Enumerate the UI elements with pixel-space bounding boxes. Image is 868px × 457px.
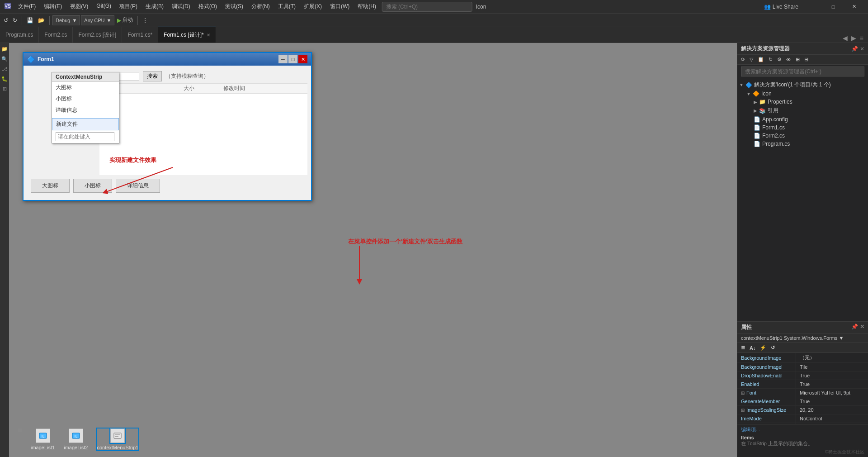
prop-value-imemode[interactable]: NoControl <box>796 414 868 423</box>
tab-close-icon[interactable]: ✕ <box>207 33 210 38</box>
cm-item-large-icon[interactable]: 大图标 <box>52 82 119 93</box>
menu-build[interactable]: 生成(B) <box>142 1 167 12</box>
se-filter-btn[interactable]: ▽ <box>748 56 755 63</box>
menu-format[interactable]: 格式(O) <box>195 1 221 12</box>
cpu-config-dropdown[interactable]: Any CPU ▼ <box>81 15 114 25</box>
se-all-files-btn[interactable]: 📋 <box>756 56 766 63</box>
activity-search[interactable]: 🔍 <box>0 55 9 63</box>
properties-pin-btn[interactable]: 📌 <box>851 324 858 331</box>
font-expand-icon[interactable]: ⊞ <box>741 390 745 395</box>
menu-help[interactable]: 帮助(H) <box>354 1 380 12</box>
se-close-btn[interactable]: ✕ <box>860 46 864 52</box>
tab-scroll-left[interactable]: ◀ <box>842 33 849 43</box>
live-share-button[interactable]: 👥 Live Share <box>764 4 798 10</box>
se-pin-btn[interactable]: 📌 <box>851 46 858 52</box>
tb-more-btn[interactable]: ⋮ <box>141 16 150 24</box>
menu-file[interactable]: 文件(F) <box>14 1 39 12</box>
large-icon-button[interactable]: 大图标 <box>31 179 70 193</box>
menu-tools[interactable]: 工具(T) <box>274 1 299 12</box>
cm-item-details[interactable]: 详细信息 <box>52 105 119 116</box>
menu-window[interactable]: 窗口(W) <box>326 1 353 12</box>
prop-value-bg-image[interactable]: （无） <box>796 353 868 362</box>
prop-reset-btn[interactable]: ↺ <box>769 344 777 352</box>
se-sync-btn[interactable]: ⟳ <box>739 56 747 63</box>
edit-items-link[interactable]: 编辑项... <box>741 426 864 433</box>
menu-extensions[interactable]: 扩展(X) <box>300 1 326 12</box>
prop-value-font[interactable]: Microsoft YaHei UI, 9pt <box>796 389 868 397</box>
search-button[interactable]: 搜索 <box>143 71 162 81</box>
tree-properties[interactable]: ▶ 📁 Properties <box>737 98 868 106</box>
prop-value-enabled[interactable]: True <box>796 380 868 388</box>
prop-value-generatemember[interactable]: True <box>796 397 868 405</box>
tree-program-cs[interactable]: 📄 Program.cs <box>737 140 868 148</box>
se-collapse-btn[interactable]: ⊟ <box>802 56 810 63</box>
tree-solution[interactable]: ▼ 🔷 解决方案'Icon'(1 个项目/共 1 个) <box>737 80 868 90</box>
se-preview-btn[interactable]: 👁 <box>784 56 793 63</box>
form-close-btn[interactable]: ✕ <box>298 55 307 63</box>
svg-text:IL: IL <box>41 434 44 438</box>
tray-imagelist1[interactable]: IL imageList1 <box>31 428 55 450</box>
tree-form2-cs[interactable]: 📄 Form2.cs <box>737 132 868 140</box>
tb-undo-btn[interactable]: ↺ <box>2 16 10 24</box>
se-search-input[interactable] <box>741 67 864 76</box>
tab-form2-cs[interactable]: Form2.cs <box>39 27 73 43</box>
maximize-button[interactable]: □ <box>823 0 844 14</box>
search-hint: （支持模糊查询） <box>165 72 209 80</box>
prop-name-imagescaling: ⊞ ImageScalingSize <box>737 406 796 414</box>
close-button[interactable]: ✕ <box>844 0 864 14</box>
prop-dropdown-arrow[interactable]: ▼ <box>839 335 844 341</box>
start-btn[interactable]: ▶ 启动 <box>115 15 135 25</box>
menu-analyze[interactable]: 分析(N) <box>248 1 274 12</box>
cm-item-small-icon[interactable]: 小图标 <box>52 93 119 105</box>
form-maximize-btn[interactable]: □ <box>288 55 297 63</box>
tab-form2-cs-label: Form2.cs <box>44 32 67 38</box>
activity-explorer[interactable]: 📁 <box>0 45 9 53</box>
activity-debug[interactable]: 🐛 <box>0 75 9 83</box>
se-refresh-btn[interactable]: ↻ <box>767 56 774 63</box>
tree-form1-cs[interactable]: 📄 Form1.cs <box>737 124 868 132</box>
tray-imagelist2[interactable]: IL imageList2 <box>64 428 88 450</box>
cm-new-item-input[interactable] <box>56 132 114 141</box>
activity-extensions[interactable]: ⊞ <box>0 85 9 93</box>
tab-form2-design[interactable]: Form2.cs [设计] <box>73 27 122 43</box>
se-expand-btn[interactable]: ⊞ <box>794 56 802 63</box>
menu-git[interactable]: Git(G) <box>93 1 115 12</box>
tree-app-config[interactable]: 📄 App.config <box>737 115 868 124</box>
imagescaling-expand-icon[interactable]: ⊞ <box>741 408 745 413</box>
tab-form1-design-label: Form1.cs [设计]* <box>164 31 204 39</box>
menu-view[interactable]: 视图(V) <box>66 1 92 12</box>
debug-config-dropdown[interactable]: Debug ▼ <box>52 15 80 25</box>
menu-edit[interactable]: 编辑(E) <box>40 1 66 12</box>
tree-project[interactable]: ▼ 🔶 Icon <box>737 90 868 98</box>
se-props-btn[interactable]: ⚙ <box>775 56 783 63</box>
title-search-input[interactable] <box>382 2 472 12</box>
properties-close-btn[interactable]: ✕ <box>860 324 864 331</box>
menu-bar: 文件(F) 编辑(E) 视图(V) Git(G) 项目(P) 生成(B) 调试(… <box>14 1 380 12</box>
prop-value-bg-imagel[interactable]: Tile <box>796 363 868 371</box>
menu-debug[interactable]: 调试(D) <box>168 1 194 12</box>
menu-project[interactable]: 项目(P) <box>116 1 141 12</box>
tb-save-btn[interactable]: 💾 <box>25 16 35 24</box>
tab-form1-design[interactable]: Form1.cs [设计]* ✕ <box>158 27 216 43</box>
minimize-button[interactable]: ─ <box>802 0 823 14</box>
menu-test[interactable]: 测试(S) <box>222 1 247 12</box>
prop-alpha-btn[interactable]: A↓ <box>748 344 757 352</box>
tb-redo-btn[interactable]: ↻ <box>11 16 19 24</box>
tree-references[interactable]: ▶ 📚 引用 <box>737 106 868 115</box>
debug-config-arrow: ▼ <box>72 18 77 23</box>
form-minimize-btn[interactable]: ─ <box>278 55 288 63</box>
prop-value-imagescaling[interactable]: 20, 20 <box>796 406 868 414</box>
cm-item-new-file[interactable]: 新建文件 <box>52 118 119 130</box>
tray-resize-handle[interactable] <box>18 428 22 432</box>
tab-scroll-right[interactable]: ▶ <box>850 33 857 43</box>
tray-contextmenustrip1[interactable]: contextMenuStrip1 <box>97 428 138 450</box>
activity-git[interactable]: ⎇ <box>0 65 9 73</box>
tab-menu[interactable]: ≡ <box>859 33 864 43</box>
tab-program-cs[interactable]: Program.cs <box>0 27 39 43</box>
properties-footer: 编辑项... Items 在 ToolStrip 上显示的项的集合。 ©稀土掘金… <box>737 424 868 457</box>
tb-open-btn[interactable]: 📂 <box>36 16 47 24</box>
prop-events-btn[interactable]: ⚡ <box>758 344 768 352</box>
tab-form1-cs[interactable]: Form1.cs* <box>122 27 158 43</box>
prop-value-dropshadow[interactable]: True <box>796 371 868 380</box>
prop-category-btn[interactable]: ≣ <box>739 344 747 352</box>
